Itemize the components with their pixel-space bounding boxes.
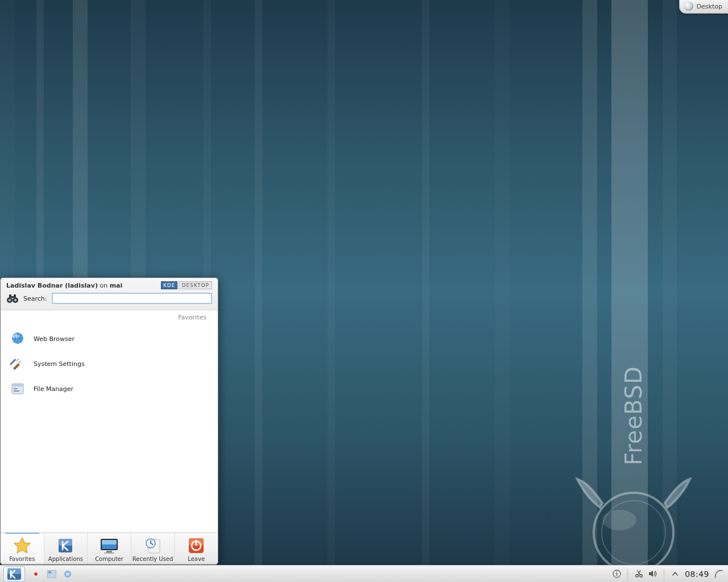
- kickoff-tab-label: Applications: [48, 556, 83, 562]
- svg-rect-22: [106, 551, 112, 552]
- kmenu-button[interactable]: [3, 566, 25, 582]
- kickoff-search-row: Search:: [6, 293, 212, 304]
- svg-rect-18: [59, 539, 72, 546]
- star-icon: [11, 537, 34, 555]
- svg-rect-38: [616, 571, 617, 572]
- svg-rect-14: [12, 384, 23, 386]
- desktop-toolbox-label: Desktop: [697, 3, 722, 10]
- kickoff-user-text: Ladislav Bodnar (ladislav) on mai: [6, 282, 122, 289]
- pager-icon[interactable]: [47, 569, 57, 579]
- kickoff-section-label: Favorites: [178, 314, 206, 321]
- os-branding: FreeBSD: [571, 366, 696, 548]
- search-label: Search:: [23, 295, 47, 302]
- kickoff-tab-applications[interactable]: Applications: [44, 533, 88, 564]
- svg-rect-29: [196, 540, 197, 546]
- svg-rect-12: [10, 359, 16, 365]
- svg-rect-16: [14, 390, 19, 392]
- kickoff-tab-label: Leave: [188, 556, 205, 562]
- favorite-item-label: System Settings: [34, 360, 85, 368]
- kickoff-favorites-list: Web Browser System Settings File Manager: [7, 326, 211, 401]
- kickoff-header: Ladislav Bodnar (ladislav) on mai KDEDES…: [1, 278, 218, 310]
- kde-desktop-badge: KDEDESKTOP: [161, 281, 212, 289]
- favorite-item-label: Web Browser: [34, 335, 75, 343]
- tray-separator: [664, 569, 664, 579]
- info-icon[interactable]: [612, 569, 621, 579]
- svg-rect-7: [11, 296, 14, 298]
- taskbar-panel: 08:49: [0, 565, 728, 582]
- volume-icon[interactable]: [648, 569, 657, 579]
- svg-point-8: [9, 299, 11, 301]
- svg-point-2: [602, 510, 636, 530]
- svg-point-35: [66, 572, 69, 576]
- tray-expand-icon[interactable]: [671, 569, 680, 579]
- favorite-item[interactable]: Web Browser: [7, 326, 211, 351]
- panel-cashew-icon[interactable]: [714, 569, 723, 579]
- panel-clock[interactable]: 08:49: [685, 569, 709, 579]
- kickoff-tab-label: Favorites: [9, 556, 35, 562]
- apps-icon: [54, 537, 77, 555]
- kickoff-tab-computer[interactable]: Computer: [88, 533, 131, 564]
- kickoff-menu: Ladislav Bodnar (ladislav) on mai KDEDES…: [0, 277, 218, 565]
- clock-doc-icon: [142, 537, 164, 555]
- svg-rect-33: [48, 571, 51, 573]
- tools-icon: [10, 356, 26, 372]
- svg-point-1: [602, 501, 665, 564]
- kickoff-tab-label: Recently Used: [133, 556, 173, 562]
- system-tray: 08:49: [612, 569, 728, 579]
- desktop-toolbox[interactable]: Desktop: [679, 0, 728, 14]
- beastie-icon: [574, 476, 693, 578]
- show-desktop-icon[interactable]: [63, 569, 73, 579]
- svg-point-0: [594, 493, 673, 572]
- os-name: FreeBSD: [621, 366, 647, 465]
- kickoff-tab-recently-used[interactable]: Recently Used: [131, 533, 175, 564]
- folder-manager-icon: [10, 381, 26, 397]
- activity-indicator-icon[interactable]: [31, 569, 41, 579]
- kickoff-tab-leave[interactable]: Leave: [175, 533, 218, 564]
- search-input[interactable]: [52, 293, 213, 304]
- favorite-item-label: File Manager: [34, 385, 73, 393]
- svg-rect-21: [102, 540, 117, 544]
- kickoff-tab-label: Computer: [95, 556, 123, 562]
- kickoff-tabs: Favorites Applications Computer Recently…: [1, 533, 218, 564]
- kickoff-body: Favorites Web Browser System Settings Fi…: [1, 310, 218, 533]
- svg-rect-15: [14, 388, 17, 389]
- favorite-item[interactable]: File Manager: [7, 376, 211, 401]
- kickoff-user-row: Ladislav Bodnar (ladislav) on mai KDEDES…: [6, 281, 212, 289]
- kickoff-tab-favorites[interactable]: Favorites: [1, 533, 44, 564]
- monitor-icon: [98, 537, 121, 555]
- svg-rect-37: [616, 573, 617, 576]
- globe-icon: [10, 331, 26, 347]
- favorite-item[interactable]: System Settings: [7, 351, 211, 376]
- cashew-icon: [684, 2, 693, 11]
- tray-separator: [627, 569, 628, 579]
- power-icon: [185, 537, 208, 555]
- svg-point-9: [14, 299, 16, 301]
- svg-rect-23: [104, 552, 114, 554]
- klipper-icon[interactable]: [634, 569, 643, 579]
- binoculars-icon: [6, 293, 19, 304]
